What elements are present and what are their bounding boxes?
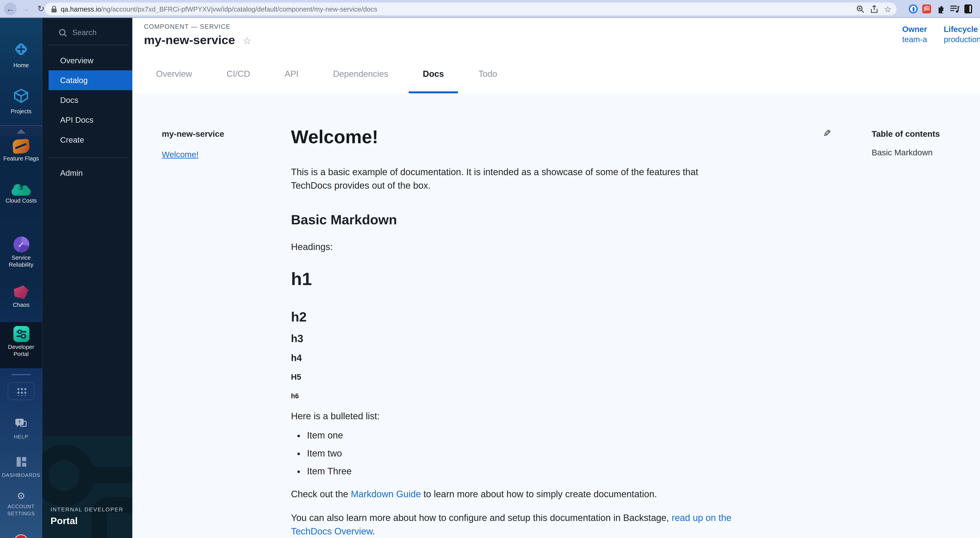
sidebar-item-projects[interactable]: Projects <box>0 88 42 115</box>
sidebar-item-label: Feature Flags <box>0 156 42 162</box>
sidebar-collapse-button[interactable] <box>0 125 42 136</box>
extensions-puzzle-icon[interactable] <box>935 4 945 14</box>
module-picker-button[interactable] <box>8 382 35 400</box>
lifecycle-meta: Lifecycle production <box>944 25 980 44</box>
sidebar-item-chaos[interactable]: Chaos <box>0 285 42 309</box>
sidebar-item-label: ACCOUNT SETTINGS <box>0 503 42 517</box>
favorite-star-icon[interactable]: ☆ <box>243 35 251 45</box>
sidebar-item-label: Chaos <box>0 302 42 309</box>
tab-cicd[interactable]: CI/CD <box>212 54 264 93</box>
sidebar-item-label: DASHBOARDS <box>0 472 42 479</box>
owner-meta: Owner team-a <box>902 25 927 44</box>
table-of-contents: Table of contents Basic Markdown <box>872 129 980 157</box>
toc-item-basic-markdown[interactable]: Basic Markdown <box>872 148 980 157</box>
demo-heading-h4: h4 <box>291 353 736 363</box>
tab-label: Todo <box>479 69 497 79</box>
guide-prefix: Check out the <box>291 489 351 499</box>
docs-nav-title: my-new-service <box>162 129 270 139</box>
lifecycle-value: production <box>944 35 980 44</box>
tab-label: API <box>285 69 299 79</box>
nav-item-api-docs[interactable]: API Docs <box>42 110 132 130</box>
page-title: my-new-service <box>144 33 235 48</box>
flag-icon <box>12 139 30 154</box>
sidebar-divider <box>11 374 31 375</box>
circuit-decoration <box>87 467 132 483</box>
nav-item-overview[interactable]: Overview <box>42 51 132 70</box>
dashboards-icon <box>16 457 27 467</box>
tab-todo[interactable]: Todo <box>465 54 511 93</box>
tab-label: Dependencies <box>333 69 388 79</box>
divider <box>49 44 129 45</box>
module-sidebar: Home Projects Feature Flags $ Cloud Cost… <box>0 18 42 538</box>
markdown-guide-link[interactable]: Markdown Guide <box>351 489 421 499</box>
demo-heading-h6: h6 <box>291 392 736 400</box>
brand-kicker: INTERNAL DEVELOPER <box>51 506 124 513</box>
todoist-extension-icon[interactable] <box>922 5 931 14</box>
chaos-icon <box>13 285 29 300</box>
tab-label: Docs <box>423 69 444 79</box>
list-item: Item two <box>307 447 735 460</box>
sidebar-item-dashboards[interactable]: DASHBOARDS <box>0 457 42 479</box>
section-basic-markdown: Basic Markdown <box>291 212 736 227</box>
tab-docs[interactable]: Docs <box>409 54 458 93</box>
search-field[interactable]: Search <box>42 18 132 37</box>
docs-nav-link-welcome[interactable]: Welcome! <box>162 149 199 159</box>
nav-item-docs[interactable]: Docs <box>42 90 132 110</box>
docs-nav: my-new-service Welcome! <box>162 129 270 160</box>
nav-item-label: Admin <box>60 168 83 178</box>
sidebar-item-home[interactable]: Home <box>0 41 42 69</box>
toc-title: Table of contents <box>872 129 980 139</box>
browser-forward-button[interactable]: → <box>19 2 32 15</box>
guide-paragraph: Check out the Markdown Guide to learn mo… <box>291 488 736 501</box>
nav-item-label: Catalog <box>60 76 88 85</box>
nav-item-admin[interactable]: Admin <box>42 163 132 183</box>
cube-icon <box>13 88 29 103</box>
user-avatar[interactable]: HM <box>14 535 28 538</box>
circuit-decoration <box>92 497 132 538</box>
tab-dependencies[interactable]: Dependencies <box>319 54 402 93</box>
nav-item-create[interactable]: Create <box>42 130 132 149</box>
sidebar-item-developer-portal[interactable]: Developer Portal <box>0 326 42 358</box>
url-text: qa.harness.io/ng/account/px7xd_BFRCi-pfW… <box>61 5 377 13</box>
edit-pencil-icon[interactable]: ✎ <box>823 128 831 140</box>
nav-item-label: API Docs <box>60 116 94 124</box>
side-panel-icon[interactable] <box>964 5 972 14</box>
list-item: Item one <box>307 429 735 443</box>
owner-value[interactable]: team-a <box>902 35 927 44</box>
headings-label: Headings: <box>291 240 736 254</box>
tab-overview[interactable]: Overview <box>142 54 206 93</box>
screen: ← → ↻ qa.harness.io/ng/account/px7xd_BFR… <box>0 0 980 538</box>
sidebar-item-label: Projects <box>0 108 42 115</box>
demo-heading-h5: H5 <box>291 373 736 382</box>
article-intro: This is a basic example of documentation… <box>291 165 736 192</box>
sidebar-item-label: HELP <box>0 433 42 440</box>
sidebar-item-help[interactable]: ? HELP <box>0 418 42 440</box>
entity-tabs: Overview CI/CD API Dependencies Docs Tod… <box>132 54 980 93</box>
tab-api[interactable]: API <box>270 54 313 93</box>
onepassword-extension-icon[interactable] <box>908 5 918 14</box>
playlist-icon[interactable] <box>950 5 960 14</box>
entity-header: COMPONENT — SERVICE my-new-service ☆ Own… <box>132 18 980 54</box>
sidebar-item-service-reliability[interactable]: ✓ Service Reliability <box>0 236 42 268</box>
nav-item-label: Overview <box>60 56 94 65</box>
nav-item-catalog[interactable]: Catalog <box>49 70 132 90</box>
harness-logo-icon <box>13 41 29 57</box>
list-lead: Here is a bulleted list: <box>291 410 736 424</box>
tab-label: CI/CD <box>227 69 250 79</box>
techdocs-content: my-new-service Welcome! ✎ Table of conte… <box>132 93 980 538</box>
breadcrumb: COMPONENT — SERVICE <box>144 23 231 30</box>
bookmark-star-icon[interactable]: ☆ <box>884 5 891 13</box>
address-bar[interactable]: qa.harness.io/ng/account/px7xd_BFRCi-pfW… <box>45 3 897 15</box>
nav-item-label: Docs <box>60 95 78 105</box>
share-icon[interactable] <box>871 5 878 13</box>
reliability-icon: ✓ <box>13 236 29 252</box>
zoom-icon[interactable] <box>856 5 865 13</box>
sidebar-item-account-settings[interactable]: ⚙ ACCOUNT SETTINGS <box>0 491 42 517</box>
browser-profile-avatar[interactable] <box>977 4 980 14</box>
svg-text:?: ? <box>18 419 21 425</box>
article-title: Welcome! <box>291 127 736 148</box>
backstage-paragraph: You can also learn more about how to con… <box>291 511 736 538</box>
sidebar-item-cloud-costs[interactable]: $ Cloud Costs <box>0 183 42 205</box>
sidebar-item-feature-flags[interactable]: Feature Flags <box>0 139 42 162</box>
browser-back-button[interactable]: ← <box>4 2 17 15</box>
